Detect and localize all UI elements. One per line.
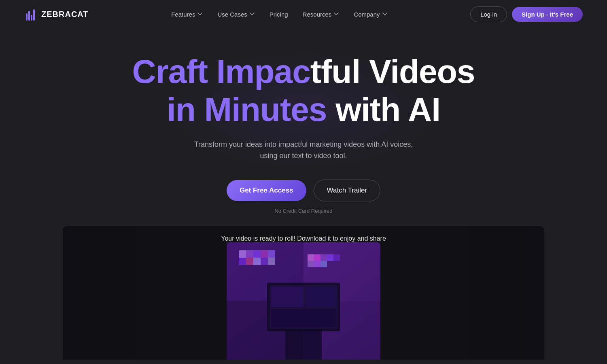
hero-buttons: Get Free Access Watch Trailer <box>227 180 380 201</box>
hero-title-white-2: with AI <box>327 91 440 128</box>
video-mockup <box>227 242 380 360</box>
nav-item-company[interactable]: Company <box>354 11 387 18</box>
svg-rect-12 <box>261 250 268 258</box>
logo-icon <box>24 8 37 21</box>
nav-item-use-cases[interactable]: Use Cases <box>217 11 255 18</box>
svg-rect-25 <box>314 261 320 267</box>
svg-rect-21 <box>320 254 327 261</box>
svg-rect-32 <box>306 287 336 307</box>
svg-rect-22 <box>327 254 333 261</box>
login-button[interactable]: Log in <box>470 6 507 22</box>
svg-rect-1 <box>28 11 30 21</box>
dark-overlay-right <box>439 226 544 360</box>
svg-rect-18 <box>268 258 275 265</box>
signup-button[interactable]: Sign Up - It's Free <box>512 7 583 22</box>
dark-overlay-left <box>63 226 168 360</box>
svg-rect-33 <box>271 309 336 327</box>
svg-rect-23 <box>333 254 340 261</box>
hero-subtitle: Transform your ideas into impactful mark… <box>194 139 413 162</box>
hero-title-white-1: tful Videos <box>310 53 475 90</box>
chevron-down-icon <box>249 11 255 17</box>
svg-rect-20 <box>314 254 320 261</box>
svg-rect-17 <box>261 258 268 265</box>
nav-links: Features Use Cases Pricing Resources Com… <box>171 11 387 18</box>
svg-rect-11 <box>253 250 261 258</box>
get-free-access-button[interactable]: Get Free Access <box>227 180 306 201</box>
chevron-down-icon <box>197 11 203 17</box>
svg-rect-19 <box>308 254 314 261</box>
svg-rect-3 <box>33 9 35 21</box>
hero-section: Craft Impactful Videos in Minutes with A… <box>0 28 607 214</box>
nav-item-pricing[interactable]: Pricing <box>270 11 288 18</box>
hero-title-purple-1: Craft Impac <box>132 53 310 90</box>
video-content-visual <box>227 242 380 360</box>
svg-rect-15 <box>246 258 253 265</box>
nav-actions: Log in Sign Up - It's Free <box>470 6 583 22</box>
brand-name: ZEBRACAT <box>41 10 89 19</box>
svg-rect-2 <box>31 15 32 21</box>
video-content-grid <box>227 242 380 360</box>
chevron-down-icon <box>333 11 339 17</box>
svg-rect-31 <box>271 287 304 307</box>
nav-item-resources[interactable]: Resources <box>303 11 340 18</box>
svg-rect-0 <box>26 13 28 21</box>
nav-item-features[interactable]: Features <box>171 11 203 18</box>
video-section: Your video is ready to roll! Download it… <box>63 226 544 360</box>
svg-rect-14 <box>239 258 246 265</box>
svg-rect-13 <box>268 250 275 258</box>
logo[interactable]: ZEBRACAT <box>24 8 89 21</box>
svg-rect-9 <box>239 250 246 258</box>
svg-rect-16 <box>253 258 261 265</box>
no-credit-text: No Credit Card Required <box>274 208 332 214</box>
hero-title: Craft Impactful Videos in Minutes with A… <box>132 53 475 129</box>
svg-rect-10 <box>246 250 253 258</box>
watch-trailer-button[interactable]: Watch Trailer <box>314 180 381 201</box>
navbar: ZEBRACAT Features Use Cases Pricing Reso… <box>0 0 607 28</box>
svg-rect-26 <box>320 261 327 267</box>
hero-title-purple-2: in Minutes <box>167 91 327 128</box>
video-label: Your video is ready to roll! Download it… <box>221 235 386 242</box>
svg-rect-24 <box>308 261 314 267</box>
chevron-down-icon <box>382 11 388 17</box>
